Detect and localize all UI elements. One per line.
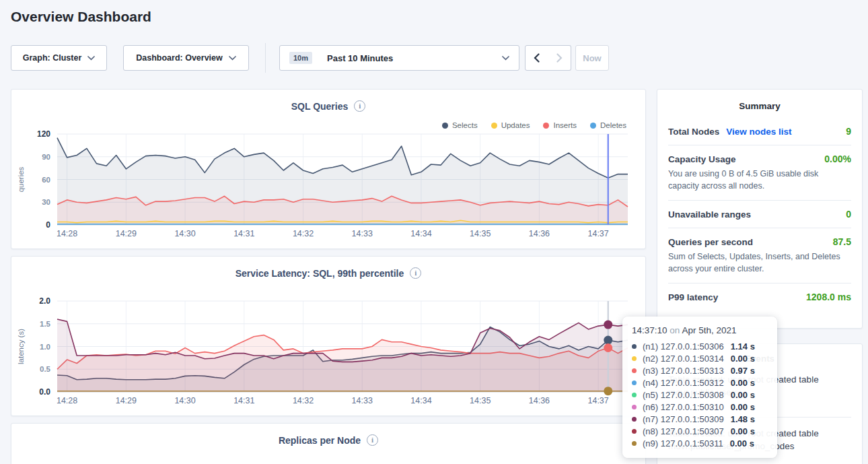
tooltip-node: (n7) 127.0.0.1:50309 (643, 414, 724, 424)
summary-row-label: Queries per second (668, 237, 753, 247)
time-range-selector[interactable]: 10m Past 10 Minutes (279, 45, 519, 71)
svg-text:14:33: 14:33 (352, 229, 373, 238)
time-range-badge: 10m (289, 52, 312, 64)
series-dot (632, 380, 637, 385)
tooltip-value: 0.97 s (731, 366, 755, 376)
legend-item: Updates (491, 121, 530, 129)
tooltip-value: 1.48 s (731, 414, 755, 424)
view-nodes-list-link[interactable]: View nodes list (726, 127, 791, 137)
info-icon[interactable]: i (354, 100, 365, 112)
tooltip-row: (n9) 127.0.0.1:503110.00 s (632, 437, 768, 449)
series-dot (632, 344, 637, 349)
chevron-right-icon (556, 53, 563, 63)
svg-text:0.0: 0.0 (39, 387, 50, 397)
svg-text:14:35: 14:35 (470, 396, 491, 405)
service-latency-chart[interactable]: 14:2814:2914:3014:3114:3214:3314:3414:35… (11, 297, 647, 413)
tooltip-value: 0.00 s (731, 402, 755, 412)
svg-text:14:28: 14:28 (57, 396, 77, 405)
summary-row: Total NodesView nodes list9 (668, 118, 851, 145)
svg-text:0: 0 (46, 220, 50, 230)
svg-text:2.0: 2.0 (39, 297, 50, 306)
summary-title: Summary (657, 90, 862, 118)
tooltip-row: (n4) 127.0.0.1:503120.00 s (632, 376, 768, 389)
graph-dropdown[interactable]: Graph: Cluster (11, 45, 107, 71)
series-dot (632, 429, 637, 434)
graph-dropdown-label: Graph: Cluster (23, 53, 82, 63)
svg-text:14:34: 14:34 (410, 396, 431, 405)
svg-text:30: 30 (42, 198, 50, 206)
chevron-left-icon (534, 53, 540, 63)
tooltip-value: 0.00 s (730, 438, 754, 449)
replicas-per-node-chart-card: Replicas per Node i (11, 423, 646, 464)
legend-label: Inserts (553, 121, 577, 129)
series-dot (632, 393, 637, 397)
tooltip-row: (n6) 127.0.0.1:503100.00 s (632, 401, 768, 413)
info-icon[interactable]: i (410, 267, 421, 279)
chevron-down-icon (87, 56, 95, 61)
prev-range-button[interactable] (525, 45, 548, 71)
chevron-down-icon (502, 56, 509, 61)
tooltip-timestamp: 14:37:10 on Apr 5th, 2021 (632, 325, 768, 335)
summary-row: Unavailable ranges0 (668, 201, 851, 228)
tooltip-value: 0.00 s (731, 378, 755, 388)
dashboard-dropdown[interactable]: Dashboard: Overview (123, 45, 249, 71)
tooltip-node: (n1) 127.0.0.1:50306 (643, 341, 724, 352)
series-dot (632, 441, 637, 446)
summary-row-value: 0 (846, 209, 851, 220)
next-range-button[interactable] (548, 45, 571, 71)
legend-item: Selects (442, 121, 478, 129)
svg-text:60: 60 (42, 176, 50, 184)
info-icon[interactable]: i (367, 434, 378, 446)
legend-label: Selects (452, 121, 478, 129)
tooltip-value: 0.00 s (731, 354, 755, 364)
sql-queries-chart-title: SQL Queries (291, 101, 349, 112)
summary-row-label: Capacity Usage (668, 154, 736, 164)
svg-text:14:32: 14:32 (293, 229, 314, 238)
legend-item: Deletes (590, 121, 626, 129)
legend-label: Updates (501, 121, 530, 129)
svg-text:14:33: 14:33 (352, 396, 373, 405)
summary-row: P99 latency1208.0 ms (668, 284, 851, 310)
summary-row: Capacity Usage0.00%You are using 0 B of … (668, 145, 851, 201)
page-title: Overview Dashboard (11, 9, 151, 25)
svg-text:14:34: 14:34 (410, 229, 431, 238)
svg-text:latency (s): latency (s) (17, 329, 25, 364)
sql-queries-chart[interactable]: 14:2814:2914:3014:3114:3214:3314:3414:35… (11, 130, 647, 246)
svg-text:1.5: 1.5 (40, 320, 51, 328)
summary-row-value: 1208.0 ms (806, 292, 851, 302)
tooltip-row: (n5) 127.0.0.1:503080.00 s (632, 389, 768, 401)
series-dot (632, 405, 637, 409)
svg-text:14:37: 14:37 (587, 229, 608, 238)
svg-text:14:37: 14:37 (587, 396, 608, 405)
series-dot (632, 356, 637, 361)
now-button[interactable]: Now (575, 45, 609, 71)
series-dot (632, 417, 637, 422)
legend-dot (543, 123, 549, 129)
svg-text:queries: queries (17, 166, 25, 192)
tooltip-value: 1.14 s (731, 341, 755, 352)
svg-text:14:31: 14:31 (233, 396, 254, 405)
svg-text:14:28: 14:28 (57, 229, 77, 238)
svg-text:14:29: 14:29 (116, 229, 137, 238)
tooltip-row: (n1) 127.0.0.1:503061.14 s (632, 340, 768, 352)
chart-tooltip: 14:37:10 on Apr 5th, 2021 (n1) 127.0.0.1… (622, 317, 777, 458)
time-range-label: Past 10 Minutes (327, 53, 393, 63)
summary-row-value: 87.5 (833, 236, 851, 247)
summary-row-subtext: Sum of Selects, Updates, Inserts, and De… (668, 251, 851, 275)
toolbar-divider (265, 43, 266, 73)
summary-panel: Summary Total NodesView nodes list9Capac… (657, 89, 863, 329)
svg-text:1.0: 1.0 (40, 343, 50, 351)
tooltip-node: (n5) 127.0.0.1:50308 (643, 390, 724, 400)
tooltip-node: (n2) 127.0.0.1:50314 (643, 354, 724, 364)
dashboard-dropdown-label: Dashboard: Overview (136, 53, 223, 63)
tooltip-date: Apr 5th, 2021 (682, 325, 736, 335)
tooltip-row: (n8) 127.0.0.1:503070.00 s (632, 425, 768, 437)
tooltip-node: (n6) 127.0.0.1:50310 (643, 402, 724, 412)
svg-text:14:30: 14:30 (174, 396, 195, 405)
svg-text:120: 120 (37, 130, 50, 139)
sql-queries-legend: SelectsUpdatesInsertsDeletes (442, 121, 626, 129)
svg-text:0.5: 0.5 (40, 365, 51, 373)
tooltip-time: 14:37:10 (632, 325, 667, 335)
legend-dot (491, 123, 497, 129)
sql-queries-chart-card: SQL Queries i SelectsUpdatesInsertsDelet… (11, 89, 646, 249)
